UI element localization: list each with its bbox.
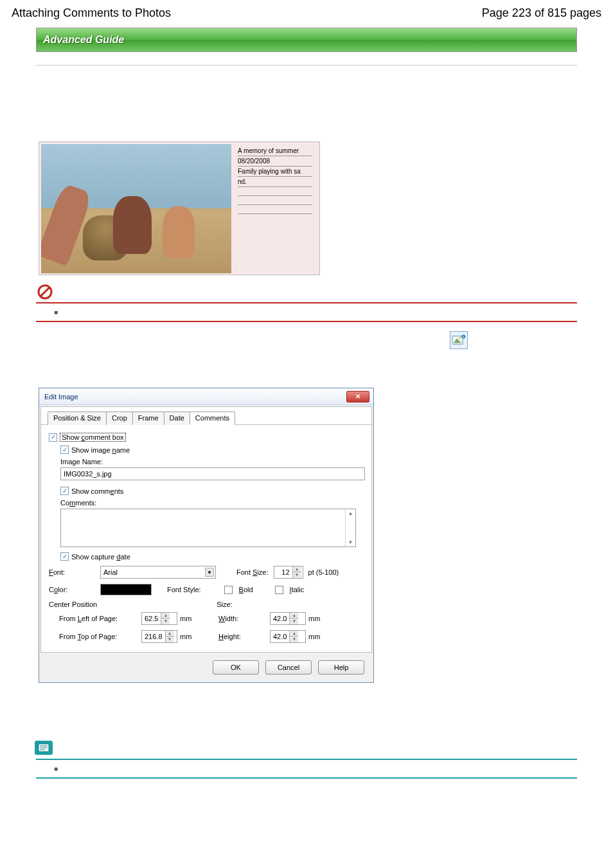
tab-frame[interactable]: Frame [132,411,164,425]
comment-line-blank1 [238,188,312,196]
from-top-spinner[interactable]: 216.8 ▲▼ [141,630,177,643]
color-row: Color: Font Style: Bold Italic [49,584,364,595]
font-style-label: Font Style: [167,586,201,593]
font-row: Font: Arial ▼ Font Size: 12 ▲ ▼ pt (5-10… [49,566,364,579]
help-button[interactable]: Help [318,660,364,674]
width-spinner[interactable]: 42.0 ▲▼ [270,612,306,625]
color-swatch[interactable] [100,584,152,595]
scroll-down-icon: ▼ [348,539,353,545]
show-comments-label: Show comments [71,487,123,495]
chevron-down-icon: ▼ [205,568,214,577]
height-spinner[interactable]: 42.0 ▲▼ [270,630,306,643]
spin-down-icon[interactable]: ▼ [165,637,174,642]
scroll-up-icon: ▲ [348,511,353,516]
page-title: Attaching Comments to Photos [12,6,171,20]
close-icon: ✕ [355,393,360,400]
close-button[interactable]: ✕ [346,391,369,402]
font-size-range: pt (5-100) [308,568,339,576]
spin-down-icon[interactable]: ▼ [289,619,298,624]
note-row: ■ [36,759,577,779]
important-note-row: ■ [36,302,577,322]
from-left-spinner[interactable]: 62.5 ▲▼ [141,612,177,625]
font-size-spinner[interactable]: 12 ▲ ▼ [274,566,303,579]
spin-up-icon[interactable]: ▲ [165,631,174,637]
from-top-label: From Top of Page: [51,633,141,640]
spin-up-icon[interactable]: ▲ [289,613,298,619]
tab-position-size[interactable]: Position & Size [48,411,107,425]
comment-line2: 08/20/2008 [238,157,312,167]
preview-image [41,144,231,273]
spin-up-icon[interactable]: ▲ [161,613,170,619]
italic-checkbox[interactable] [275,586,283,594]
image-name-label: Image Name: [60,458,364,466]
spin-down-icon[interactable]: ▼ [292,572,301,578]
font-label: Font: [49,568,95,576]
separator [36,65,577,66]
font-size-value: 12 [274,568,292,576]
guide-banner-text: Advanced Guide [43,34,124,46]
comment-line-blank2 [238,197,312,205]
svg-point-4 [459,337,461,339]
dialog-title-text: Edit Image [44,393,78,401]
image-info-icon[interactable]: i [450,331,468,349]
note-icon [35,741,53,755]
show-comments-checkbox[interactable]: ✓ [60,487,69,495]
bold-label: Bold [239,586,253,593]
tab-date[interactable]: Date [164,411,190,425]
show-comment-box-row: ✓ Show comment box [49,433,364,442]
cancel-button[interactable]: Cancel [265,660,312,674]
spin-up-icon[interactable]: ▲ [292,566,301,572]
important-icon [37,284,53,300]
show-capture-date-label: Show capture date [71,553,130,561]
svg-text:i: i [463,336,464,339]
show-image-name-label: Show image name [71,446,130,454]
comment-line4: nd. [238,177,312,187]
position-size-grid: From Left of Page: 62.5 ▲▼ mm Width: 42.… [51,612,364,643]
from-left-label: From Left of Page: [51,615,141,622]
height-value: 42.0 [271,633,289,640]
guide-banner: Advanced Guide [36,28,577,52]
svg-line-1 [40,287,49,296]
show-image-name-checkbox[interactable]: ✓ [60,446,69,454]
show-capture-date-checkbox[interactable]: ✓ [60,552,69,561]
dialog-buttons: OK Cancel Help [39,654,373,682]
tab-comments[interactable]: Comments [190,411,235,425]
show-capture-date-row: ✓ Show capture date [60,552,364,561]
spin-down-icon[interactable]: ▼ [161,619,170,624]
italic-label: Italic [290,586,305,593]
photo-preview: A memory of summer 08/20/2008 Family pla… [39,141,320,275]
show-comments-row: ✓ Show comments [60,487,364,495]
image-name-input[interactable] [60,467,365,480]
comment-line3: Family playing with sa [238,167,312,177]
ok-button[interactable]: OK [213,660,259,674]
font-select[interactable]: Arial ▼ [100,566,216,579]
from-left-value: 62.5 [142,615,161,622]
mm-label: mm [180,615,191,622]
bold-checkbox[interactable] [224,586,233,594]
comment-line1: A memory of summer [238,147,312,156]
spin-up-icon[interactable]: ▲ [289,631,298,637]
tab-crop[interactable]: Crop [106,411,133,425]
comments-scrollbar[interactable]: ▲ ▼ [345,509,355,547]
comment-overlay: A memory of summer 08/20/2008 Family pla… [235,144,315,273]
font-value: Arial [103,568,118,576]
edit-image-dialog: Edit Image ✕ Position & Size Crop Frame … [39,388,374,683]
height-label: Height: [218,633,270,640]
mm-label: mm [308,615,320,622]
tab-body: ✓ Show comment box ✓ Show image name Ima… [40,424,372,653]
font-size-label: Font Size: [236,568,269,576]
comment-line-blank3 [238,206,312,214]
color-label: Color: [49,586,95,593]
size-label: Size: [217,601,232,608]
comments-label: Comments: [60,499,364,507]
spin-down-icon[interactable]: ▼ [289,637,298,642]
comments-textarea[interactable]: ▲ ▼ [60,509,356,547]
show-comment-box-checkbox[interactable]: ✓ [49,433,57,442]
mm-label: mm [180,633,191,640]
page-indicator: Page 223 of 815 pages [482,6,601,20]
dialog-tabs: Position & Size Crop Frame Date Comments [40,406,372,424]
dialog-titlebar: Edit Image ✕ [39,388,373,405]
important-bullet: ■ [54,309,58,316]
from-top-value: 216.8 [142,633,165,640]
show-image-name-row: ✓ Show image name [60,446,364,454]
